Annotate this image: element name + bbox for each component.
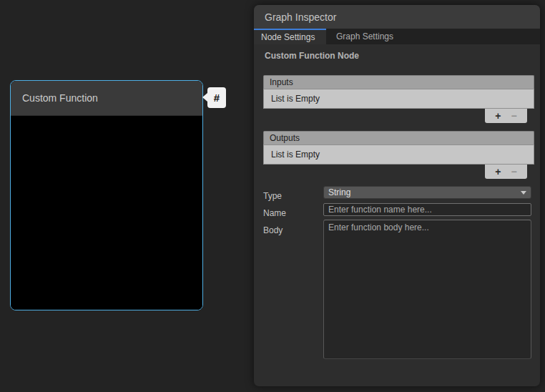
inputs-list-footer: + −	[485, 109, 527, 123]
node-settings-heading: Custom Function Node	[265, 51, 359, 61]
outputs-add-button[interactable]: +	[495, 165, 501, 179]
node-header[interactable]: Custom Function	[11, 81, 202, 116]
inputs-add-button[interactable]: +	[495, 109, 501, 123]
inspector-title: Graph Inspector	[265, 11, 336, 23]
graph-canvas[interactable]: Custom Function # Graph Inspector Node S…	[0, 0, 545, 392]
node-hash-badge[interactable]: #	[207, 87, 226, 108]
chevron-down-icon	[521, 191, 526, 195]
inputs-list-header-label: Inputs	[270, 77, 293, 87]
type-dropdown[interactable]: String	[323, 186, 531, 199]
outputs-remove-button[interactable]: −	[511, 165, 517, 179]
inputs-list-empty-row: List is Empty	[263, 89, 534, 109]
type-label: Type	[263, 191, 282, 201]
inputs-list: Inputs List is Empty + −	[263, 75, 534, 109]
inspector-tab-bar: Node Settings Graph Settings	[254, 29, 540, 44]
outputs-list: Outputs List is Empty + −	[263, 131, 534, 165]
body-label: Body	[263, 225, 283, 235]
graph-inspector-panel: Graph Inspector Node Settings Graph Sett…	[254, 5, 540, 386]
type-dropdown-value: String	[328, 187, 521, 197]
node-preview-body	[11, 116, 202, 310]
node-title: Custom Function	[22, 92, 98, 104]
function-name-input[interactable]	[323, 203, 531, 216]
outputs-list-header-label: Outputs	[270, 133, 300, 143]
custom-function-node[interactable]: Custom Function	[10, 80, 203, 310]
outputs-list-header: Outputs	[263, 131, 534, 144]
function-body-input[interactable]	[323, 220, 531, 359]
inspector-titlebar[interactable]: Graph Inspector	[254, 5, 540, 29]
outputs-list-empty-label: List is Empty	[271, 150, 320, 160]
inputs-list-header: Inputs	[263, 75, 534, 89]
tab-graph-settings-label: Graph Settings	[336, 31, 393, 41]
name-label: Name	[263, 208, 286, 218]
tab-node-settings[interactable]: Node Settings	[254, 29, 326, 44]
outputs-list-footer: + −	[485, 165, 527, 179]
tab-graph-settings[interactable]: Graph Settings	[326, 29, 403, 44]
outputs-list-empty-row: List is Empty	[263, 144, 534, 165]
badge-tail-icon	[202, 93, 207, 102]
tab-node-settings-label: Node Settings	[261, 32, 315, 42]
hash-icon: #	[214, 92, 220, 104]
inputs-list-empty-label: List is Empty	[271, 94, 320, 104]
inputs-remove-button[interactable]: −	[511, 109, 517, 123]
